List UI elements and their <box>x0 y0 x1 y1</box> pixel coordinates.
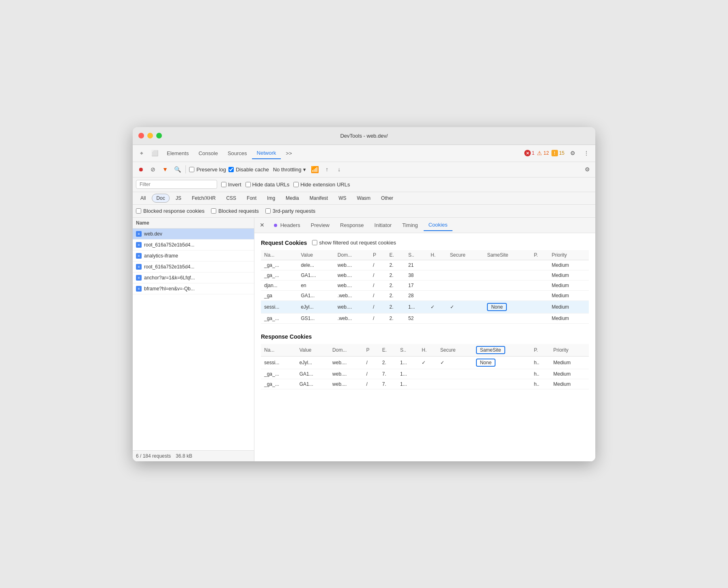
table-row[interactable]: _ga_...GA1....web..../2.38Medium <box>261 270 589 280</box>
type-filter-doc[interactable]: Doc <box>152 194 169 203</box>
tab-initiator[interactable]: Initiator <box>370 220 397 231</box>
request-icon: ≡ <box>136 253 142 259</box>
blocked-response-cookies-label[interactable]: Blocked response cookies <box>136 208 205 214</box>
type-filter-img[interactable]: Img <box>263 194 280 203</box>
filter-row: Invert Hide data URLs Hide extension URL… <box>133 177 595 192</box>
request-item[interactable]: ≡analytics-iframe <box>133 251 254 262</box>
request-item[interactable]: ≡web.dev <box>133 229 254 240</box>
request-name: root_616a752e1b5d4... <box>144 264 194 270</box>
table-row[interactable]: _ga_...GA1...web..../7.1...h..Medium <box>261 379 589 389</box>
table-row[interactable]: sessi...eJyl...web..../2.1...✓✓NoneMediu… <box>261 300 589 313</box>
clear-icon[interactable]: ⊘ <box>148 164 158 174</box>
maximize-button[interactable] <box>156 133 162 138</box>
col-priority: Priority <box>550 344 589 357</box>
preserve-log-checkbox-label[interactable]: Preserve log <box>189 166 226 173</box>
type-filter-all[interactable]: All <box>136 194 150 203</box>
type-filter-other[interactable]: Other <box>377 194 398 203</box>
blocked-requests-label[interactable]: Blocked requests <box>211 208 259 214</box>
tab-response[interactable]: Response <box>335 220 369 231</box>
network-settings-icon[interactable]: ⚙ <box>582 164 592 174</box>
throttle-dropdown[interactable]: No throttling ▾ <box>271 166 308 173</box>
hide-extension-urls-checkbox[interactable] <box>293 182 299 187</box>
tab-console[interactable]: Console <box>194 148 223 159</box>
left-panel-footer: 6 / 184 requests 36.8 kB <box>133 450 254 461</box>
panel-tabs: ✕ Headers Preview Response Initiator Tim… <box>254 218 595 233</box>
close-panel-button[interactable]: ✕ <box>258 220 267 229</box>
type-filter-wasm[interactable]: Wasm <box>353 194 375 203</box>
filter-icon[interactable]: ▼ <box>160 164 170 174</box>
more-options-icon[interactable]: ⋮ <box>581 147 592 159</box>
col-priority: Priority <box>548 250 589 260</box>
warning-icon: ⚠ <box>537 150 542 156</box>
upload-icon[interactable]: ↑ <box>322 164 332 174</box>
download-icon[interactable]: ↓ <box>334 164 344 174</box>
col-name: Na... <box>261 344 296 357</box>
request-item[interactable]: ≡anchor?ar=1&k=6Lfqf... <box>133 272 254 283</box>
col-samesite-response: SameSite <box>473 344 531 357</box>
blocked-response-cookies-checkbox[interactable] <box>136 208 141 214</box>
show-filtered-label[interactable]: show filtered out request cookies <box>312 240 396 246</box>
third-party-requests-checkbox[interactable] <box>265 208 271 214</box>
col-path: P <box>363 344 379 357</box>
type-filter-css[interactable]: CSS <box>222 194 241 203</box>
request-count: 6 / 184 requests <box>136 453 171 459</box>
type-filters: AllDocJSFetch/XHRCSSFontImgMediaManifest… <box>133 192 595 205</box>
col-domain: Dom... <box>329 344 363 357</box>
nav-right-badges: ✕ 1 ⚠ 12 ! 15 ⚙ ⋮ <box>524 147 592 159</box>
type-filter-font[interactable]: Font <box>242 194 261 203</box>
tab-more[interactable]: >> <box>281 148 297 159</box>
blocked-requests-checkbox[interactable] <box>211 208 216 214</box>
table-row[interactable]: _ga_...dele...web..../2.21Medium <box>261 260 589 270</box>
disable-cache-checkbox[interactable] <box>228 167 234 172</box>
request-item[interactable]: ≡root_616a752e1b5d4... <box>133 240 254 251</box>
device-toggle-icon[interactable]: ⬜ <box>149 147 160 159</box>
invert-checkbox-label[interactable]: Invert <box>221 182 241 188</box>
hide-data-urls-checkbox[interactable] <box>246 182 251 187</box>
type-filter-media[interactable]: Media <box>281 194 304 203</box>
disable-cache-checkbox-label[interactable]: Disable cache <box>228 166 269 173</box>
cursor-icon[interactable]: ⌖ <box>136 147 147 159</box>
window-controls <box>138 133 162 138</box>
preserve-log-checkbox[interactable] <box>189 167 194 172</box>
tab-sources[interactable]: Sources <box>223 148 252 159</box>
col-httponly: H. <box>418 344 437 357</box>
table-row[interactable]: _gaGA1....web.../2.28Medium <box>261 290 589 300</box>
request-item[interactable]: ≡root_616a752e1b5d4... <box>133 262 254 272</box>
tab-elements[interactable]: Elements <box>162 148 194 159</box>
settings-icon[interactable]: ⚙ <box>567 147 578 159</box>
wifi-icon[interactable]: 📶 <box>310 164 320 174</box>
show-filtered-checkbox[interactable] <box>312 240 317 245</box>
record-stop-icon[interactable]: ⏺ <box>136 164 146 174</box>
type-filter-ws[interactable]: WS <box>334 194 351 203</box>
left-panel: Name ≡web.dev≡root_616a752e1b5d4...≡anal… <box>133 218 254 461</box>
type-filter-manifest[interactable]: Manifest <box>305 194 332 203</box>
request-icon: ≡ <box>136 242 142 248</box>
tab-cookies[interactable]: Cookies <box>424 219 452 231</box>
title-bar: DevTools - web.dev/ <box>133 127 595 145</box>
hide-extension-urls-checkbox-label[interactable]: Hide extension URLs <box>293 182 350 188</box>
hide-data-urls-checkbox-label[interactable]: Hide data URLs <box>246 182 290 188</box>
col-path: P <box>370 250 386 260</box>
tab-preview[interactable]: Preview <box>306 220 334 231</box>
invert-checkbox[interactable] <box>221 182 226 187</box>
table-row[interactable]: _ga_...GA1...web..../7.1...h..Medium <box>261 369 589 379</box>
request-icon: ≡ <box>136 286 142 292</box>
minimize-button[interactable] <box>147 133 153 138</box>
tab-headers[interactable]: Headers <box>269 220 305 231</box>
col-value: Value <box>297 250 334 260</box>
type-filter-js[interactable]: JS <box>171 194 186 203</box>
filter-input[interactable] <box>136 180 217 189</box>
tab-timing[interactable]: Timing <box>397 220 423 231</box>
search-icon[interactable]: 🔍 <box>172 164 182 174</box>
third-party-requests-label[interactable]: 3rd-party requests <box>265 208 316 214</box>
table-row[interactable]: djan...enweb..../2.17Medium <box>261 280 589 290</box>
close-button[interactable] <box>138 133 144 138</box>
tab-network[interactable]: Network <box>252 147 281 159</box>
request-name: web.dev <box>144 231 162 237</box>
type-filter-fetch_xhr[interactable]: Fetch/XHR <box>187 194 220 203</box>
request-list: ≡web.dev≡root_616a752e1b5d4...≡analytics… <box>133 229 254 450</box>
request-item[interactable]: ≡bframe?hl=en&v=-Qb... <box>133 283 254 294</box>
table-row[interactable]: _ga_...GS1....web.../2.52Medium <box>261 313 589 323</box>
col-expires: E. <box>379 344 397 357</box>
table-row[interactable]: sessi...eJyl...web..../2.1...✓✓Noneh..Me… <box>261 356 589 369</box>
